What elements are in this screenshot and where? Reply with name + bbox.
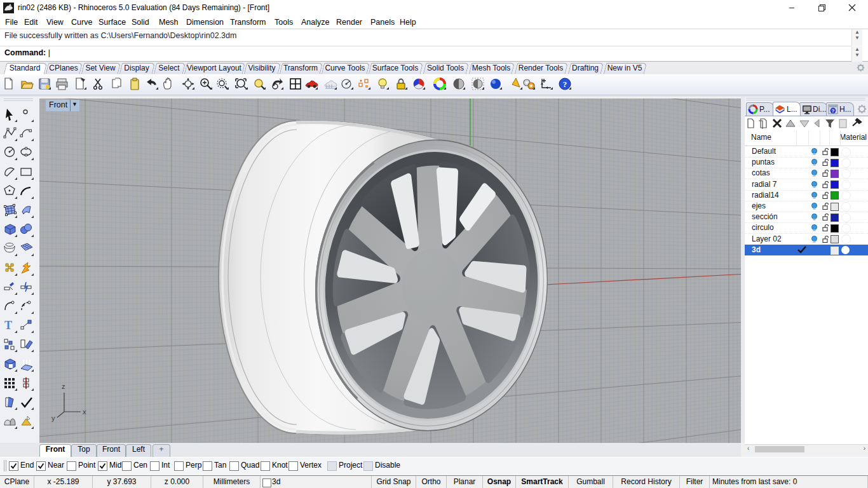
svg-text:x: x bbox=[83, 408, 86, 416]
svg-text:T: T bbox=[4, 319, 12, 332]
svg-text:?: ? bbox=[832, 108, 835, 114]
svg-text:z: z bbox=[62, 383, 65, 390]
svg-text:?: ? bbox=[563, 79, 567, 89]
svg-text:y: y bbox=[51, 414, 55, 422]
